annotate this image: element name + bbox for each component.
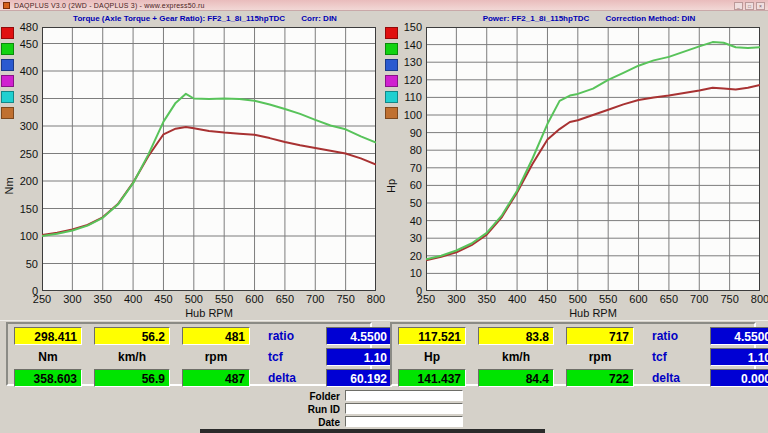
ratio-value-right: 4.5500 (710, 327, 768, 345)
y-tick-label: 120 (392, 75, 422, 86)
power-peak-value: 141.437 (398, 369, 466, 387)
plot-area (42, 27, 376, 291)
torque-chart-panel: Torque (Axle Torque + Gear Ratio): FF2_1… (0, 13, 384, 320)
rpm-peak-value-right: 722 (566, 369, 634, 387)
window-title: DAQPLUS V3.0 (2WD - DAQPLUS 3) - www.exp… (14, 2, 205, 9)
speed-peak-value-left: 56.9 (94, 369, 170, 387)
x-tick-label: 400 (500, 294, 534, 305)
y-tick-label: 30 (392, 233, 422, 244)
power-current-value: 117.521 (398, 327, 466, 345)
x-tick-label: 700 (298, 294, 332, 305)
y-tick-label: 20 (392, 251, 422, 262)
tcf-label-left: tcf (262, 350, 314, 364)
x-tick-label: 600 (622, 294, 656, 305)
torque-correction-label: Corr: DIN (301, 14, 337, 23)
y-tick-label: 140 (392, 40, 422, 51)
x-tick-label: 250 (25, 294, 59, 305)
rpm-current-value-left: 481 (182, 327, 250, 345)
x-tick-label: 550 (591, 294, 625, 305)
y-tick-label: 150 (392, 22, 422, 33)
close-button[interactable]: × (756, 2, 765, 10)
tcf-value-right: 1.10 (710, 348, 768, 366)
y-tick-label: 100 (8, 231, 38, 242)
x-tick-label: 300 (439, 294, 473, 305)
app-window: DAQPLUS V3.0 (2WD - DAQPLUS 3) - www.exp… (0, 0, 768, 433)
folder-input[interactable] (345, 390, 463, 401)
x-tick-label: 250 (409, 294, 443, 305)
y-tick-label: 150 (8, 204, 38, 215)
bottom-bar (200, 429, 545, 433)
x-tick-label: 500 (561, 294, 595, 305)
torque-readout-panel: 298.411 56.2 481 ratio 4.5500 Nm km/h rp… (6, 322, 372, 386)
y-tick-label: 480 (8, 22, 38, 33)
y-tick-label: 90 (392, 128, 422, 139)
y-axis-unit-label: Nm (3, 178, 15, 195)
torque-current-value: 298.411 (14, 327, 82, 345)
torque-peak-value: 358.603 (14, 369, 82, 387)
folder-label: Folder (280, 391, 340, 402)
speed-unit-label-right: km/h (478, 350, 554, 364)
x-tick-label: 550 (207, 294, 241, 305)
y-tick-label: 10 (392, 268, 422, 279)
window-titlebar: DAQPLUS V3.0 (2WD - DAQPLUS 3) - www.exp… (0, 0, 768, 11)
red_curve (426, 85, 760, 260)
x-tick-label: 650 (652, 294, 686, 305)
y-tick-label: 250 (8, 149, 38, 160)
maximize-button[interactable]: □ (745, 2, 754, 10)
rpm-unit-label-left: rpm (182, 350, 250, 364)
y-tick-label: 40 (392, 216, 422, 227)
ratio-label-left: ratio (262, 329, 314, 343)
delta-label-left: delta (262, 371, 314, 385)
rpm-peak-value-left: 487 (182, 369, 250, 387)
torque-unit-label: Nm (14, 350, 82, 364)
rpm-unit-label-right: rpm (566, 350, 634, 364)
power-unit-label: Hp (398, 350, 466, 364)
y-tick-label: 130 (392, 57, 422, 68)
tcf-value-left: 1.10 (326, 348, 392, 366)
power-chart-title: Power: FF2_1_8i_115hpTDC Correction Meth… (414, 14, 764, 24)
x-tick-label: 800 (743, 294, 768, 305)
ratio-value-left: 4.5500 (326, 327, 392, 345)
delta-label-right: delta (646, 371, 698, 385)
speed-current-value-left: 56.2 (94, 327, 170, 345)
y-axis-unit-label: Hp (385, 179, 397, 193)
x-tick-label: 300 (55, 294, 89, 305)
torque-title-text: Torque (Axle Torque + Gear Ratio): FF2_1… (73, 14, 285, 23)
x-tick-label: 350 (470, 294, 504, 305)
x-tick-label: 450 (146, 294, 180, 305)
x-axis-label: Hub RPM (426, 307, 760, 319)
legend-swatch-5[interactable] (1, 107, 14, 119)
x-tick-label: 650 (268, 294, 302, 305)
x-tick-label: 400 (116, 294, 150, 305)
tcf-label-right: tcf (646, 350, 698, 364)
y-tick-label: 100 (392, 110, 422, 121)
x-tick-label: 600 (238, 294, 272, 305)
power-readout-panel: 117.521 83.8 717 ratio 4.5500 Hp km/h rp… (390, 322, 756, 386)
x-tick-label: 350 (86, 294, 120, 305)
x-tick-label: 750 (329, 294, 363, 305)
torque-chart-title: Torque (Axle Torque + Gear Ratio): FF2_1… (30, 14, 380, 24)
y-tick-label: 300 (8, 121, 38, 132)
green_curve (42, 94, 376, 236)
divider (0, 320, 768, 321)
minimize-button[interactable]: _ (734, 2, 743, 10)
y-tick-label: 70 (392, 163, 422, 174)
y-tick-label: 50 (8, 259, 38, 270)
y-tick-label: 450 (8, 39, 38, 50)
speed-unit-label-left: km/h (94, 350, 170, 364)
rpm-current-value-right: 717 (566, 327, 634, 345)
y-tick-label: 400 (8, 66, 38, 77)
speed-current-value-right: 83.8 (478, 327, 554, 345)
power-title-text: Power: FF2_1_8i_115hpTDC (483, 14, 590, 23)
date-input[interactable] (345, 416, 463, 427)
power-correction-label: Correction Method: DIN (606, 14, 696, 23)
x-tick-label: 750 (713, 294, 747, 305)
y-tick-label: 110 (392, 92, 422, 103)
x-tick-label: 700 (682, 294, 716, 305)
y-tick-label: 50 (392, 198, 422, 209)
delta-value-right: 0.000 (710, 369, 768, 387)
x-axis-label: Hub RPM (42, 307, 376, 319)
run-id-input[interactable] (345, 403, 463, 414)
app-icon (3, 2, 10, 9)
y-tick-label: 80 (392, 145, 422, 156)
